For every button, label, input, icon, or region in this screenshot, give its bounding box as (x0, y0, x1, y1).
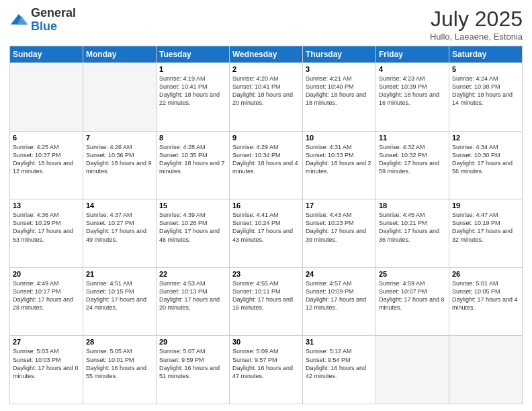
calendar-cell: 14Sunrise: 4:37 AM Sunset: 10:27 PM Dayl… (83, 199, 157, 268)
day-number: 22 (159, 270, 226, 278)
day-info: Sunrise: 4:57 AM Sunset: 10:09 PM Daylig… (306, 279, 373, 312)
calendar-cell: 6Sunrise: 4:25 AM Sunset: 10:37 PM Dayli… (10, 131, 83, 199)
day-info: Sunrise: 4:34 AM Sunset: 10:30 PM Daylig… (452, 143, 519, 176)
calendar-body: 1Sunrise: 4:19 AM Sunset: 10:41 PM Dayli… (10, 63, 523, 404)
day-number: 7 (86, 134, 153, 142)
day-number: 23 (232, 270, 300, 278)
day-number: 24 (306, 270, 373, 278)
day-info: Sunrise: 4:21 AM Sunset: 10:40 PM Daylig… (306, 75, 373, 107)
day-number: 10 (306, 134, 373, 142)
calendar-cell (10, 63, 83, 132)
calendar-cell: 11Sunrise: 4:32 AM Sunset: 10:32 PM Dayl… (376, 131, 449, 199)
day-info: Sunrise: 4:53 AM Sunset: 10:13 PM Daylig… (159, 279, 226, 312)
calendar-table: SundayMondayTuesdayWednesdayThursdayFrid… (9, 46, 523, 404)
day-of-week-header: Saturday (449, 46, 523, 63)
calendar-cell: 13Sunrise: 4:36 AM Sunset: 10:29 PM Dayl… (10, 199, 83, 268)
day-number: 28 (86, 338, 153, 346)
day-of-week-header: Wednesday (230, 46, 303, 63)
day-info: Sunrise: 4:51 AM Sunset: 10:15 PM Daylig… (86, 279, 153, 312)
day-number: 15 (159, 201, 226, 210)
day-info: Sunrise: 5:09 AM Sunset: 9:57 PM Dayligh… (232, 347, 300, 380)
day-of-week-header: Thursday (303, 46, 376, 63)
calendar-cell: 16Sunrise: 4:41 AM Sunset: 10:24 PM Dayl… (230, 199, 303, 268)
location-subtitle: Hullo, Laeaene, Estonia (430, 32, 523, 42)
calendar-cell: 27Sunrise: 5:03 AM Sunset: 10:03 PM Dayl… (10, 336, 83, 404)
calendar-cell: 1Sunrise: 4:19 AM Sunset: 10:41 PM Dayli… (157, 63, 230, 132)
day-number: 18 (379, 201, 446, 210)
calendar-cell: 21Sunrise: 4:51 AM Sunset: 10:15 PM Dayl… (83, 267, 157, 336)
calendar-cell: 25Sunrise: 4:59 AM Sunset: 10:07 PM Dayl… (376, 267, 449, 336)
day-number: 29 (159, 338, 226, 346)
day-number: 31 (306, 338, 373, 346)
calendar-cell: 20Sunrise: 4:49 AM Sunset: 10:17 PM Dayl… (10, 267, 83, 336)
day-info: Sunrise: 5:01 AM Sunset: 10:05 PM Daylig… (452, 279, 519, 312)
day-number: 11 (379, 134, 446, 142)
day-info: Sunrise: 4:39 AM Sunset: 10:26 PM Daylig… (159, 211, 226, 244)
day-info: Sunrise: 4:47 AM Sunset: 10:19 PM Daylig… (452, 211, 519, 244)
calendar-cell (449, 336, 523, 404)
calendar-cell: 17Sunrise: 4:43 AM Sunset: 10:23 PM Dayl… (303, 199, 376, 268)
day-number: 20 (13, 270, 80, 278)
day-info: Sunrise: 4:20 AM Sunset: 10:41 PM Daylig… (232, 75, 300, 107)
calendar-cell: 3Sunrise: 4:21 AM Sunset: 10:40 PM Dayli… (303, 63, 376, 132)
calendar-week-row: 20Sunrise: 4:49 AM Sunset: 10:17 PM Dayl… (10, 267, 523, 336)
day-number: 30 (232, 338, 300, 346)
calendar-week-row: 13Sunrise: 4:36 AM Sunset: 10:29 PM Dayl… (10, 199, 523, 268)
calendar-cell: 30Sunrise: 5:09 AM Sunset: 9:57 PM Dayli… (230, 336, 303, 404)
calendar-cell: 19Sunrise: 4:47 AM Sunset: 10:19 PM Dayl… (449, 199, 523, 268)
calendar-cell: 5Sunrise: 4:24 AM Sunset: 10:38 PM Dayli… (449, 63, 523, 132)
calendar-cell (83, 63, 157, 132)
calendar-week-row: 1Sunrise: 4:19 AM Sunset: 10:41 PM Dayli… (10, 63, 523, 132)
calendar-cell: 10Sunrise: 4:31 AM Sunset: 10:33 PM Dayl… (303, 131, 376, 199)
day-number: 1 (159, 65, 226, 73)
day-of-week-header: Friday (376, 46, 449, 63)
day-number: 14 (86, 201, 153, 210)
calendar-cell: 29Sunrise: 5:07 AM Sunset: 9:59 PM Dayli… (157, 336, 230, 404)
day-info: Sunrise: 4:43 AM Sunset: 10:23 PM Daylig… (306, 211, 373, 244)
title-block: July 2025 Hullo, Laeaene, Estonia (430, 7, 523, 42)
logo-text: General Blue (31, 7, 76, 34)
day-info: Sunrise: 4:37 AM Sunset: 10:27 PM Daylig… (86, 211, 153, 244)
days-of-week-row: SundayMondayTuesdayWednesdayThursdayFrid… (10, 46, 523, 63)
day-info: Sunrise: 4:29 AM Sunset: 10:34 PM Daylig… (232, 143, 300, 176)
calendar-cell: 18Sunrise: 4:45 AM Sunset: 10:21 PM Dayl… (376, 199, 449, 268)
day-number: 26 (452, 270, 519, 278)
day-number: 21 (86, 270, 153, 278)
day-number: 16 (232, 201, 300, 210)
calendar-cell: 31Sunrise: 5:12 AM Sunset: 9:54 PM Dayli… (303, 336, 376, 404)
calendar-cell: 15Sunrise: 4:39 AM Sunset: 10:26 PM Dayl… (157, 199, 230, 268)
day-number: 13 (13, 201, 80, 210)
day-number: 9 (232, 134, 300, 142)
day-info: Sunrise: 4:23 AM Sunset: 10:39 PM Daylig… (379, 75, 446, 107)
day-of-week-header: Sunday (10, 46, 83, 63)
day-number: 27 (13, 338, 80, 346)
day-info: Sunrise: 4:45 AM Sunset: 10:21 PM Daylig… (379, 211, 446, 244)
day-info: Sunrise: 5:05 AM Sunset: 10:01 PM Daylig… (86, 347, 153, 380)
day-info: Sunrise: 5:07 AM Sunset: 9:59 PM Dayligh… (159, 347, 226, 380)
calendar-header: SundayMondayTuesdayWednesdayThursdayFrid… (10, 46, 523, 63)
day-number: 6 (13, 134, 80, 142)
calendar-cell: 22Sunrise: 4:53 AM Sunset: 10:13 PM Dayl… (157, 267, 230, 336)
day-info: Sunrise: 4:36 AM Sunset: 10:29 PM Daylig… (13, 211, 80, 244)
day-number: 25 (379, 270, 446, 278)
month-title: July 2025 (430, 7, 523, 32)
logo-icon (9, 11, 28, 30)
calendar-cell: 2Sunrise: 4:20 AM Sunset: 10:41 PM Dayli… (230, 63, 303, 132)
calendar-cell: 4Sunrise: 4:23 AM Sunset: 10:39 PM Dayli… (376, 63, 449, 132)
day-number: 3 (306, 65, 373, 73)
day-info: Sunrise: 4:24 AM Sunset: 10:38 PM Daylig… (452, 75, 519, 107)
day-info: Sunrise: 4:19 AM Sunset: 10:41 PM Daylig… (159, 75, 226, 107)
day-of-week-header: Tuesday (157, 46, 230, 63)
calendar-cell: 24Sunrise: 4:57 AM Sunset: 10:09 PM Dayl… (303, 267, 376, 336)
calendar-cell: 23Sunrise: 4:55 AM Sunset: 10:11 PM Dayl… (230, 267, 303, 336)
day-number: 4 (379, 65, 446, 73)
day-info: Sunrise: 4:28 AM Sunset: 10:35 PM Daylig… (159, 143, 226, 176)
day-number: 5 (452, 65, 519, 73)
day-info: Sunrise: 5:12 AM Sunset: 9:54 PM Dayligh… (306, 347, 373, 380)
day-info: Sunrise: 4:26 AM Sunset: 10:36 PM Daylig… (86, 143, 153, 176)
day-number: 12 (452, 134, 519, 142)
calendar-cell: 12Sunrise: 4:34 AM Sunset: 10:30 PM Dayl… (449, 131, 523, 199)
day-info: Sunrise: 4:49 AM Sunset: 10:17 PM Daylig… (13, 279, 80, 312)
calendar-cell: 7Sunrise: 4:26 AM Sunset: 10:36 PM Dayli… (83, 131, 157, 199)
day-info: Sunrise: 4:41 AM Sunset: 10:24 PM Daylig… (232, 211, 300, 244)
